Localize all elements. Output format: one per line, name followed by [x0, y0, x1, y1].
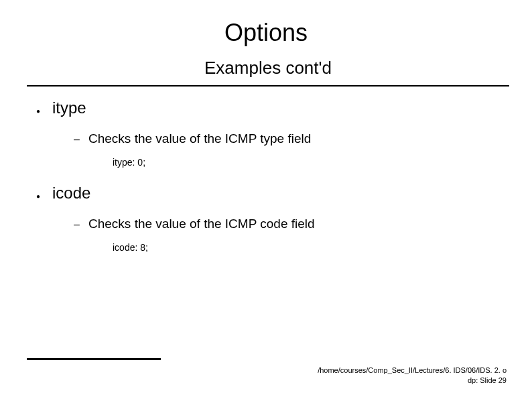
- code-example: icode: 8;: [113, 242, 505, 253]
- bullet-icon: ●: [34, 103, 52, 119]
- content-area: ● itype – Checks the value of the ICMP t…: [27, 99, 505, 253]
- list-subitem: – Checks the value of the ICMP type fiel…: [74, 131, 505, 146]
- item-name: itype: [52, 99, 86, 117]
- footer-page: dp: Slide 29: [318, 376, 507, 386]
- dash-icon: –: [74, 219, 88, 231]
- code-example: itype: 0;: [113, 157, 505, 168]
- item-desc: Checks the value of the ICMP code field: [88, 217, 315, 231]
- dash-icon: –: [74, 133, 88, 146]
- footer-divider: [27, 358, 161, 360]
- footer-path: /home/courses/Comp_Sec_II/Lectures/6. ID…: [318, 365, 507, 376]
- slide-title: Options: [27, 19, 505, 47]
- bullet-icon: ●: [34, 188, 52, 205]
- item-name: icode: [52, 184, 90, 203]
- slide: Options Examples cont'd ● itype – Checks…: [0, 0, 532, 399]
- title-divider: [27, 85, 509, 87]
- list-item: ● itype: [34, 99, 505, 119]
- list-item: ● icode: [34, 184, 505, 205]
- list-subitem: – Checks the value of the ICMP code fiel…: [74, 217, 505, 231]
- subtitle-container: Examples cont'd: [27, 58, 509, 80]
- item-desc: Checks the value of the ICMP type field: [88, 131, 311, 146]
- slide-subtitle: Examples cont'd: [27, 58, 509, 80]
- footer: /home/courses/Comp_Sec_II/Lectures/6. ID…: [318, 365, 507, 386]
